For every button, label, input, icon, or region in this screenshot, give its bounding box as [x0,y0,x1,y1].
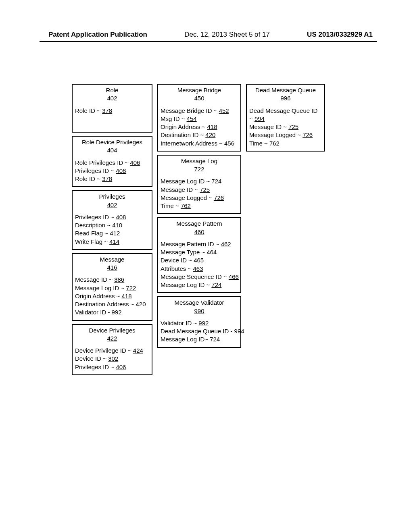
field: Message Logged ~ 726 [161,194,238,202]
fld-ref: 410 [112,222,122,229]
field: Role ID ~ 378 [75,107,149,115]
title-num: 402 [107,95,117,102]
fld-ref: 992 [112,309,122,316]
box-title: Role Device Privileges 404 [75,138,149,159]
field: Role Privileges ID ~ 406 [75,159,149,167]
title-text: Device Privileges [89,327,135,334]
title-num: 402 [107,202,117,208]
fld-label: Destination ID ~ [161,131,205,138]
title-text: Dead Message Queue [255,87,316,94]
field: Message Log ID ~ 724 [161,177,238,185]
field: Message Log ID ~ 724 [161,281,238,289]
fld-label: Msg ID ~ [161,115,187,122]
title-num: 460 [194,229,204,235]
box-message-bridge: Message Bridge 450 Message Bridge ID ~ 4… [157,84,241,152]
fld-ref: 414 [109,238,119,245]
field: Privileges ID ~ 406 [75,363,149,371]
fld-ref: 302 [108,355,118,362]
field: Message Logged ~ 726 [249,131,322,139]
fld-ref: 418 [121,293,131,299]
fld-ref: 762 [269,140,280,147]
col-1: Role 402 Role ID ~ 378 Role Device Privi… [72,84,152,378]
title-num: 422 [107,335,117,342]
title-text: Role Device Privileges [82,139,142,145]
fld-label: Role Privileges ID ~ [75,159,130,166]
fld-label: Message Log ID ~ [161,178,211,185]
field: Dead Message Queue ID - 994 [161,327,238,335]
fld-ref: 456 [224,140,234,147]
field: Privileges ID ~ 408 [75,213,149,221]
field: Msg ID ~ 454 [161,115,238,123]
field: Message ID ~ 386 [75,276,149,284]
field: Destination Address ~ 420 [75,300,149,308]
fld-label: Message Log ID ~ [161,281,211,288]
fld-ref: 408 [116,167,126,174]
title-num: 722 [194,166,204,172]
fld-ref: 762 [181,202,191,209]
fld-label: Message Log ID~ [161,336,210,343]
fld-label: Write Flag ~ [75,238,109,245]
box-title: Dead Message Queue 996 [249,86,322,107]
box-message-pattern: Message Pattern 460 Message Pattern ID ~… [157,217,241,293]
fld-ref: 466 [229,273,239,280]
fld-ref: 406 [116,364,126,370]
header-rule [40,41,377,42]
field: Validator ID ~ 992 [161,319,238,327]
fld-ref: 994 [254,115,265,122]
box-title: Message 416 [75,256,149,276]
field: Message Log ID~ 724 [161,335,238,343]
title-text: Privileges [99,193,125,200]
title-num: 404 [107,147,117,154]
fld-label: Validator ID - [75,309,112,316]
fld-ref: 406 [130,159,140,166]
field: Internetwork Address ~ 456 [161,139,238,148]
col-2: Message Bridge 450 Message Bridge ID ~ 4… [157,84,241,351]
fld-label: Origin Address ~ [75,293,121,299]
fld-label: Internetwork Address ~ [161,140,224,147]
fld-label: Validator ID ~ [161,320,198,326]
field: Message Pattern ID ~ 462 [161,240,238,248]
box-message: Message 416 Message ID ~ 386 Message Log… [72,253,152,321]
fld-ref: 463 [193,265,203,272]
fld-label: Message ID ~ [249,123,288,130]
fld-label: Device ID ~ [75,355,108,362]
field: Description ~ 410 [75,221,149,229]
fld-label: Destination Address ~ [75,301,136,308]
fld-label: Read Flag ~ [75,230,110,237]
fld-ref: 725 [288,123,298,130]
field: Destination ID ~ 420 [161,131,238,139]
title-num: 996 [280,95,290,102]
fld-label: Message ID ~ [75,276,114,283]
field: Write Flag ~ 414 [75,238,149,246]
fld-label: Message Logged ~ [249,131,302,138]
box-title: Device Privileges 422 [75,326,149,347]
field: Role ID ~ 378 [75,175,149,183]
field: Message ID ~ 725 [161,186,238,194]
box-message-validator: Message Validator 990 Validator ID ~ 992… [157,296,241,347]
field: Message ID ~ 725 [249,123,322,131]
field: Read Flag ~ 412 [75,229,149,237]
fld-label: Message Type ~ [161,249,206,256]
fld-ref: 726 [302,131,313,138]
box-role-device-privileges: Role Device Privileges 404 Role Privileg… [72,136,152,187]
fld-label: Device Privilege ID ~ [75,347,133,354]
fld-label: Message Sequence ID ~ [161,273,229,280]
field: Origin Address ~ 418 [161,123,238,131]
box-title: Message Log 722 [161,157,238,178]
title-num: 990 [194,308,204,314]
fld-label: Message Pattern ID ~ [161,241,221,247]
title-text: Role [106,87,119,94]
box-title: Message Bridge 450 [161,86,238,107]
pub-label: Patent Application Publication [48,31,147,39]
fld-label: Privileges ID ~ [75,214,116,220]
fld-label: Time ~ [249,140,269,147]
fld-label: Message Bridge ID ~ [161,107,219,114]
fld-ref: 994 [234,328,244,335]
field: Time ~ 762 [161,202,238,210]
page-header: Patent Application Publication Dec. 12, … [0,31,413,40]
fld-ref: 452 [219,107,229,114]
fld-ref: 412 [110,230,120,237]
fld-label: Time ~ [161,202,181,209]
field: Device ID ~ 465 [161,256,238,264]
fld-ref: 725 [200,186,210,193]
